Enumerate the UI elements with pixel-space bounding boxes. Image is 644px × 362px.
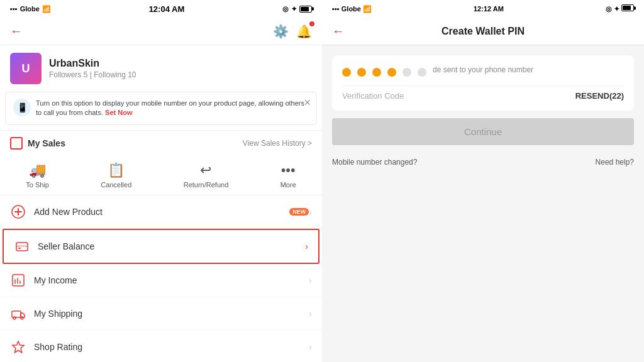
add-product-icon: [10, 204, 26, 220]
battery-icon: [299, 6, 312, 13]
set-now-link[interactable]: Set Now: [105, 109, 132, 116]
verification-code-label: Verification Code: [342, 91, 404, 101]
my-shipping-chevron: ›: [309, 309, 312, 319]
menu-item-my-shipping[interactable]: My Shipping ›: [0, 297, 322, 331]
right-location-icon: ◎: [606, 5, 612, 13]
shop-avatar: U: [10, 53, 42, 84]
menu-item-shop-rating[interactable]: Shop Rating ›: [0, 331, 322, 362]
left-panel: ▪▪▪ Globe 📶 12:04 AM ◎ ✦ ← ⚙️ 🔔 U UrbanS…: [0, 0, 322, 362]
pin-section: de sent to your phone number Verificatio…: [332, 55, 634, 111]
right-content: de sent to your phone number Verificatio…: [322, 45, 644, 362]
seller-balance-icon: [14, 238, 30, 255]
menu-item-seller-balance[interactable]: Seller Balance ›: [3, 229, 319, 264]
svg-marker-13: [13, 341, 24, 353]
menu-item-my-income[interactable]: My Income ›: [0, 264, 322, 297]
seller-balance-label: Seller Balance: [38, 241, 305, 251]
cancelled-icon: 📋: [108, 162, 125, 178]
pin-dot-2: [357, 68, 366, 77]
svg-rect-5: [18, 248, 21, 249]
need-help-link[interactable]: Need help?: [596, 158, 634, 167]
create-wallet-pin-title: Create Wallet PIN: [441, 26, 525, 37]
shop-rating-icon: [10, 339, 26, 355]
to-ship-label: To Ship: [26, 181, 49, 189]
view-sales-history-link[interactable]: View Sales History >: [243, 139, 312, 148]
svg-point-11: [13, 317, 16, 319]
right-battery-icon: [621, 4, 634, 11]
profile-section: U UrbanSkin Followers 5 | Following 10: [0, 45, 322, 92]
add-new-product-label: Add New Product: [34, 207, 286, 217]
new-badge: NEW: [289, 208, 309, 216]
signal-bars: ▪▪▪: [10, 5, 18, 13]
tab-to-ship[interactable]: 🚚 To Ship: [26, 162, 49, 189]
tab-return-refund[interactable]: ↩ Return/Refund: [184, 162, 229, 189]
right-back-button[interactable]: ←: [332, 24, 345, 38]
my-shipping-label: My Shipping: [34, 309, 309, 319]
signal-icon: ✦: [291, 5, 297, 13]
left-time: 12:04 AM: [149, 4, 185, 14]
carrier-name: Globe: [20, 5, 40, 13]
right-signal-icon: ✦: [614, 5, 619, 13]
right-carrier: ▪▪▪ Globe 📶: [332, 5, 372, 13]
shop-name: UrbanSkin: [49, 58, 136, 69]
menu-item-add-new-product[interactable]: Add New Product NEW ›: [0, 195, 322, 229]
wifi-icon: 📶: [42, 5, 51, 13]
verification-row: Verification Code RESEND(22): [342, 85, 624, 101]
my-income-icon: [10, 272, 26, 288]
resend-button[interactable]: RESEND(22): [575, 91, 624, 101]
more-icon: •••: [281, 162, 296, 178]
mobile-number-changed-link[interactable]: Mobile number changed?: [332, 158, 417, 167]
profile-info: UrbanSkin Followers 5 | Following 10: [49, 58, 136, 79]
right-carrier-name: Globe: [341, 5, 361, 13]
my-sales-label: My Sales: [10, 137, 65, 150]
notification-icon[interactable]: 🔔: [296, 24, 312, 39]
followers-info: Followers 5 | Following 10: [49, 70, 136, 79]
notif-text: Turn on this option to display your mobi…: [36, 99, 309, 118]
return-refund-label: Return/Refund: [184, 181, 229, 189]
left-header-nav: ← ⚙️ 🔔: [0, 18, 322, 45]
my-sales-icon: [10, 137, 23, 150]
return-refund-icon: ↩: [200, 162, 211, 178]
pin-dot-5: [402, 68, 411, 77]
left-carrier: ▪▪▪ Globe 📶: [10, 5, 51, 13]
shop-rating-chevron: ›: [309, 342, 312, 352]
right-wifi-icon: 📶: [363, 5, 372, 13]
pin-dot-1: [342, 68, 351, 77]
right-header: ← Create Wallet PIN: [322, 18, 644, 45]
pin-dot-4: [387, 68, 396, 77]
notification-badge: [309, 21, 314, 26]
notif-close-button[interactable]: ✕: [304, 97, 311, 107]
continue-button[interactable]: Continue: [332, 118, 634, 145]
bottom-links: Mobile number changed? Need help?: [332, 153, 634, 172]
location-icon: ◎: [282, 5, 289, 13]
my-sales-row[interactable]: My Sales View Sales History >: [0, 130, 322, 156]
right-time: 12:12 AM: [474, 5, 504, 13]
pin-hint-text: de sent to your phone number: [433, 65, 533, 74]
to-ship-icon: 🚚: [29, 162, 46, 178]
more-label: More: [280, 181, 296, 189]
tab-more[interactable]: ••• More: [280, 162, 296, 189]
shop-rating-label: Shop Rating: [34, 342, 309, 352]
left-status-bar: ▪▪▪ Globe 📶 12:04 AM ◎ ✦: [0, 0, 322, 18]
right-panel: ▪▪▪ Globe 📶 12:12 AM ◎ ✦ ← Create Wallet…: [322, 0, 644, 362]
left-status-icons: ◎ ✦: [282, 5, 312, 13]
notif-info-icon: 📱: [13, 99, 31, 116]
seller-balance-chevron: ›: [305, 241, 308, 251]
right-status-bar: ▪▪▪ Globe 📶 12:12 AM ◎ ✦: [322, 0, 644, 18]
left-back-button[interactable]: ←: [10, 24, 23, 38]
tab-cancelled[interactable]: 📋 Cancelled: [101, 162, 131, 189]
right-signal-bars: ▪▪▪: [332, 5, 340, 13]
pin-dot-6: [418, 68, 426, 77]
order-tabs: 🚚 To Ship 📋 Cancelled ↩ Return/Refund ••…: [0, 156, 322, 195]
my-income-label: My Income: [34, 275, 309, 285]
svg-point-12: [21, 317, 23, 319]
menu-list: Add New Product NEW › Seller Balance ›: [0, 195, 322, 362]
left-header-icons: ⚙️ 🔔: [273, 24, 312, 39]
svg-rect-10: [12, 311, 21, 317]
my-income-chevron: ›: [309, 275, 312, 285]
right-status-icons: ◎ ✦: [606, 4, 634, 13]
my-shipping-icon: [10, 305, 26, 322]
pin-dots-container: [342, 68, 426, 77]
notification-banner: 📱 Turn on this option to display your mo…: [5, 92, 317, 125]
add-product-chevron: ›: [309, 207, 312, 217]
settings-icon[interactable]: ⚙️: [273, 24, 289, 39]
